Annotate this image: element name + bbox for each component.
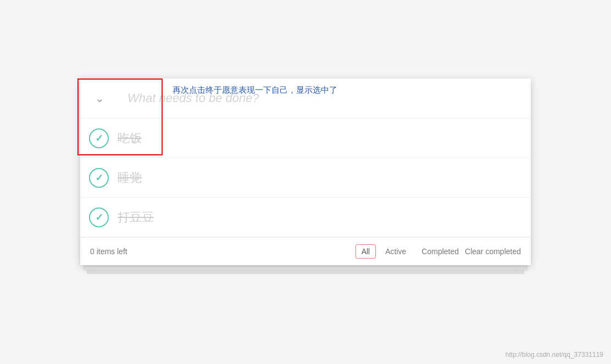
todo-list: ✓ 吃饭 ✓ 睡觉 ✓ 打豆豆 <box>80 119 531 237</box>
chevron-down-icon: ⌄ <box>95 92 104 105</box>
todo-app: ⌄ ✓ 吃饭 ✓ 睡觉 ✓ 打豆豆 <box>80 79 531 265</box>
todo-checkbox-2[interactable]: ✓ <box>89 168 109 188</box>
list-item: ✓ 打豆豆 <box>80 198 531 237</box>
list-item: ✓ 吃饭 <box>80 119 531 158</box>
todo-label-3: 打豆豆 <box>118 209 522 226</box>
shadow-layer-1 <box>84 265 527 270</box>
todo-input-row: ⌄ <box>80 79 531 119</box>
todo-label-2: 睡觉 <box>118 170 522 186</box>
todo-container: 再次点击终于愿意表现一下自己，显示选中了 ⌄ ✓ 吃饭 ✓ 睡觉 <box>80 79 531 274</box>
todo-footer: 0 items left All Active Completed Clear … <box>80 237 531 265</box>
list-item: ✓ 睡觉 <box>80 158 531 198</box>
clear-completed-button[interactable]: Clear completed <box>465 247 521 256</box>
todo-checkbox-3[interactable]: ✓ <box>89 208 109 227</box>
shadow-layer-2 <box>87 270 524 274</box>
checkmark-icon: ✓ <box>95 132 103 144</box>
watermark: http://blog.csdn.net/qq_37331119 <box>506 351 603 359</box>
filter-completed-button[interactable]: Completed <box>415 244 465 259</box>
new-todo-input[interactable] <box>119 81 531 115</box>
filter-active-button[interactable]: Active <box>379 244 412 259</box>
checkmark-icon: ✓ <box>95 172 103 184</box>
items-left-count: 0 items left <box>90 247 356 256</box>
checkmark-icon: ✓ <box>95 211 103 223</box>
filter-all-button[interactable]: All <box>356 244 376 259</box>
filter-buttons: All Active Completed <box>356 244 465 259</box>
toggle-all-button[interactable]: ⌄ <box>80 79 119 118</box>
todo-checkbox-1[interactable]: ✓ <box>89 128 109 148</box>
todo-label-1: 吃饭 <box>118 130 522 147</box>
